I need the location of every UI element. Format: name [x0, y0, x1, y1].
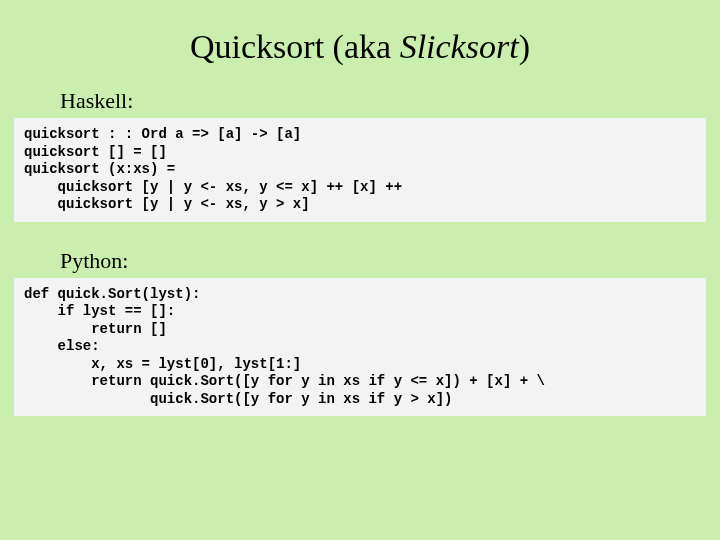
haskell-code: quicksort : : Ord a => [a] -> [a] quicks… — [14, 118, 706, 222]
title-suffix: ) — [519, 28, 530, 65]
title-prefix: Quicksort (aka — [190, 28, 400, 65]
page-title: Quicksort (aka Slicksort) — [0, 28, 720, 66]
python-label: Python: — [0, 248, 720, 274]
title-italic: Slicksort — [400, 28, 519, 65]
haskell-label: Haskell: — [0, 88, 720, 114]
slide: Quicksort (aka Slicksort) Haskell: quick… — [0, 0, 720, 540]
spacer — [0, 222, 720, 248]
python-code: def quick.Sort(lyst): if lyst == []: ret… — [14, 278, 706, 417]
